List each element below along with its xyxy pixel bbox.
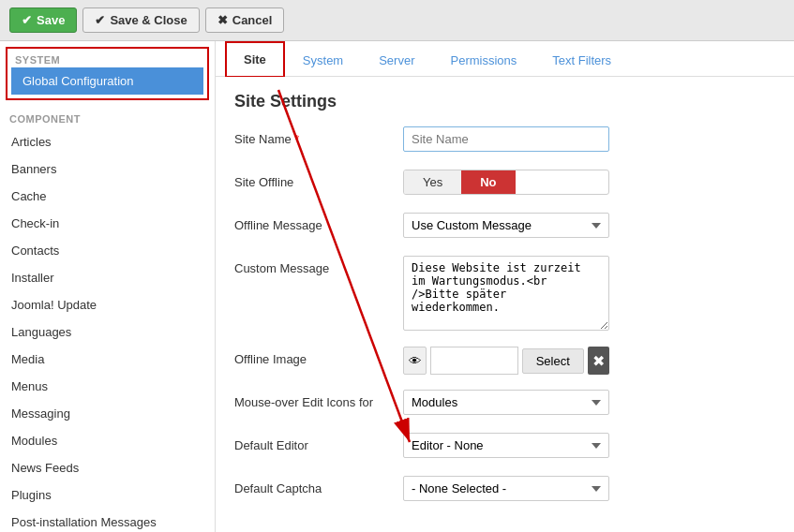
sidebar-item-installer[interactable]: Installer xyxy=(0,264,215,291)
sidebar-item-messaging[interactable]: Messaging xyxy=(0,400,215,427)
custom-message-textarea[interactable]: Diese Website ist zurzeit im Wartungsmod… xyxy=(403,256,609,331)
site-name-label: Site Name xyxy=(234,126,403,146)
offline-image-control: 👁 Select ✖ xyxy=(403,347,609,375)
default-editor-control: Editor - None Editor - TinyMCE Editor - … xyxy=(403,433,609,458)
sidebar-system-section: SYSTEM Global Configuration xyxy=(6,47,209,100)
default-captcha-label: Default Captcha xyxy=(234,476,403,495)
tab-system[interactable]: System xyxy=(285,43,361,77)
custom-message-row: Custom Message Diese Website ist zurzeit… xyxy=(234,256,775,333)
sidebar-item-contacts[interactable]: Contacts xyxy=(0,237,215,264)
save-close-icon: ✔ xyxy=(95,13,105,27)
offline-message-label: Offline Message xyxy=(234,213,403,232)
sidebar-item-checkin[interactable]: Check-in xyxy=(0,210,215,237)
sidebar-component-label: COMPONENT xyxy=(0,106,215,128)
site-name-control xyxy=(403,126,609,152)
sidebar-item-plugins[interactable]: Plugins xyxy=(0,481,215,509)
form-title: Site Settings xyxy=(234,92,775,111)
form-area: Site Settings Site Name Site Offline Yes… xyxy=(216,77,794,532)
tabs-bar: Site System Server Permissions Text Filt… xyxy=(216,41,794,77)
image-row: 👁 Select ✖ xyxy=(403,347,609,375)
content-area: Site System Server Permissions Text Filt… xyxy=(216,41,794,532)
sidebar-item-modules[interactable]: Modules xyxy=(0,427,215,454)
site-offline-label: Site Offline xyxy=(234,170,403,189)
default-editor-select[interactable]: Editor - None Editor - TinyMCE Editor - … xyxy=(403,433,609,458)
tab-permissions[interactable]: Permissions xyxy=(432,43,534,77)
offline-message-select[interactable]: Use Custom Message xyxy=(403,213,609,238)
default-captcha-row: Default Captcha - None Selected - xyxy=(234,476,775,506)
default-captcha-control: - None Selected - xyxy=(403,476,609,501)
custom-message-control: Diese Website ist zurzeit im Wartungsmod… xyxy=(403,256,609,333)
sidebar-item-media[interactable]: Media xyxy=(0,346,215,373)
sidebar-item-news-feeds[interactable]: News Feeds xyxy=(0,454,215,481)
site-name-row: Site Name xyxy=(234,126,775,156)
cancel-button[interactable]: ✖ Cancel xyxy=(205,7,285,33)
mouseover-control: Modules All None xyxy=(403,390,609,415)
sidebar-item-banners[interactable]: Banners xyxy=(0,155,215,183)
offline-message-row: Offline Message Use Custom Message xyxy=(234,213,775,243)
site-offline-row: Site Offline Yes No xyxy=(234,170,775,200)
sidebar-system-label: SYSTEM xyxy=(11,52,203,67)
custom-message-label: Custom Message xyxy=(234,256,403,275)
image-input-placeholder xyxy=(430,347,517,375)
sidebar: SYSTEM Global Configuration COMPONENT Ar… xyxy=(0,41,216,532)
toolbar: ✔ Save ✔ Save & Close ✖ Cancel xyxy=(0,0,794,41)
sidebar-item-post-installation[interactable]: Post-installation Messages xyxy=(0,509,215,532)
sidebar-item-joomla-update[interactable]: Joomla! Update xyxy=(0,291,215,318)
save-close-button[interactable]: ✔ Save & Close xyxy=(82,7,199,33)
sidebar-item-cache[interactable]: Cache xyxy=(0,183,215,210)
offline-no-button[interactable]: No xyxy=(461,170,515,194)
default-editor-row: Default Editor Editor - None Editor - Ti… xyxy=(234,433,775,463)
main-layout: SYSTEM Global Configuration COMPONENT Ar… xyxy=(0,41,794,532)
save-icon: ✔ xyxy=(22,13,32,27)
eye-button[interactable]: 👁 xyxy=(403,347,427,375)
site-name-input[interactable] xyxy=(403,126,609,152)
select-image-button[interactable]: Select xyxy=(522,348,584,374)
tab-site[interactable]: Site xyxy=(225,41,285,77)
sidebar-item-global-configuration[interactable]: Global Configuration xyxy=(11,67,203,95)
tab-server[interactable]: Server xyxy=(361,43,432,77)
mouseover-row: Mouse-over Edit Icons for Modules All No… xyxy=(234,390,775,420)
sidebar-item-articles[interactable]: Articles xyxy=(0,128,215,155)
offline-message-control: Use Custom Message xyxy=(403,213,609,238)
cancel-icon: ✖ xyxy=(217,13,228,27)
mouseover-select[interactable]: Modules All None xyxy=(403,390,609,415)
offline-image-label: Offline Image xyxy=(234,347,403,366)
offline-toggle-group: Yes No xyxy=(403,170,609,195)
offline-image-row: Offline Image 👁 Select ✖ xyxy=(234,347,775,377)
tab-text-filters[interactable]: Text Filters xyxy=(534,43,629,77)
eye-icon: 👁 xyxy=(409,354,421,368)
default-captcha-select[interactable]: - None Selected - xyxy=(403,476,609,501)
sidebar-item-languages[interactable]: Languages xyxy=(0,318,215,346)
site-offline-control: Yes No xyxy=(403,170,609,195)
sidebar-item-menus[interactable]: Menus xyxy=(0,373,215,400)
offline-yes-button[interactable]: Yes xyxy=(404,170,461,194)
mouseover-label: Mouse-over Edit Icons for xyxy=(234,390,403,409)
default-editor-label: Default Editor xyxy=(234,433,403,452)
clear-icon: ✖ xyxy=(592,352,605,370)
save-button[interactable]: ✔ Save xyxy=(9,7,77,33)
clear-image-button[interactable]: ✖ xyxy=(588,347,609,375)
